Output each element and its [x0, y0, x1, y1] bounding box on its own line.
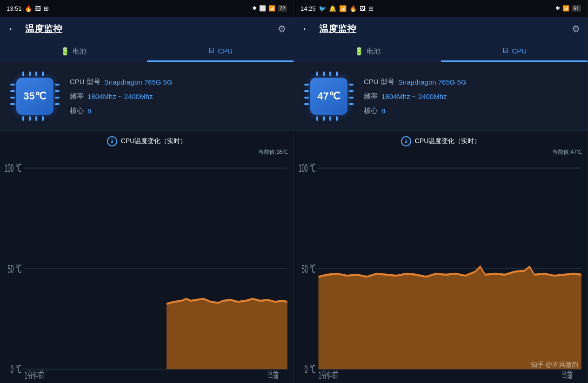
cpu-chip-wrapper-1: 35℃	[9, 71, 60, 122]
chart-current-1: 当前值:35℃	[4, 148, 290, 156]
tab-battery-label-1: 电池	[73, 47, 87, 56]
chart-section-2: 🌡 CPU温度变化（实时） 当前值:47℃ 100 ℃ 50 ℃ 0 ℃ 1分钟…	[294, 131, 588, 383]
status-left-1: 13:51 🔥 🖼 ⊞	[7, 5, 49, 12]
cpu-model-value-2: Snapdragon 765G 5G	[398, 78, 467, 86]
cpu-freq-value-2: 1804Mhz ~ 2400Mhz	[381, 92, 447, 100]
tab-bar-2: 🔋 电池 🖥 CPU	[294, 41, 588, 62]
cpu-freq-row-1: 频率 1804Mhz ~ 2400Mhz	[70, 92, 173, 101]
chart-svg-1: 100 ℃ 50 ℃ 0 ℃ 1分钟前 当前	[4, 158, 290, 379]
svg-text:0 ℃: 0 ℃	[11, 363, 21, 376]
bird-icon-2: 🐦	[319, 5, 326, 12]
svg-text:1分钟前: 1分钟前	[319, 369, 338, 379]
bt2-icon-2: ✱	[555, 5, 560, 12]
cpu-temp-chip-1: 35℃	[16, 78, 53, 115]
cpu-core-value-1: 8	[87, 107, 91, 115]
cpu-model-label-2: CPU 型号	[364, 78, 394, 86]
chart-title-row-1: 🌡 CPU温度变化（实时）	[4, 136, 290, 146]
back-button-2[interactable]: ←	[301, 23, 312, 35]
chart-container-1: 100 ℃ 50 ℃ 0 ℃ 1分钟前 当前	[4, 158, 290, 379]
status-time-2: 14:25	[301, 5, 316, 12]
tab-battery-1[interactable]: 🔋 电池	[0, 41, 147, 62]
chart-title-2: CPU温度变化（实时）	[415, 137, 481, 145]
notification2-icon-2: 🖼	[360, 5, 366, 12]
battery-2: 61	[572, 5, 581, 12]
chart-section-1: 🌡 CPU温度变化（实时） 当前值:35℃ 100 ℃ 50 ℃ 0 ℃ 1分钟…	[0, 131, 294, 383]
cpu-model-row-1: CPU 型号 Snapdragon 765G 5G	[70, 78, 173, 86]
back-button-1[interactable]: ←	[7, 23, 18, 35]
title-bar-1: ← 温度监控 ⚙	[0, 17, 294, 41]
cpu-model-row-2: CPU 型号 Snapdragon 765G 5G	[364, 78, 467, 86]
grid-icon-1: ⊞	[44, 5, 49, 12]
tab-bar-1: 🔋 电池 🖥 CPU	[0, 41, 294, 62]
screen-icon-1: ⬜	[259, 5, 266, 12]
panel-2: 14:25 🐦 🔔 📶 🔥 🖼 ⊞ ✱ 📶 61 ← 温度监控 ⚙ 🔋 电池 🖥…	[294, 0, 588, 383]
page-title-2: 温度监控	[319, 23, 564, 35]
svg-marker-17	[319, 267, 581, 370]
thermometer-icon-1: 🌡	[107, 136, 117, 146]
chart-svg-2: 100 ℃ 50 ℃ 0 ℃ 1分钟前 当前	[298, 158, 584, 379]
page-title-1: 温度监控	[25, 23, 270, 35]
cpu-temp-value-1: 35℃	[23, 90, 46, 102]
tab-battery-2[interactable]: 🔋 电池	[294, 41, 441, 62]
status-bar-1: 13:51 🔥 🖼 ⊞ ✱ ⬜ 📶 72	[0, 0, 294, 17]
signal-icon-2: 📶	[339, 5, 347, 12]
cpu-core-row-2: 核心 8	[364, 106, 467, 115]
tab-cpu-2[interactable]: 🖥 CPU	[441, 41, 588, 62]
fire-icon-1: 🔥	[25, 5, 32, 12]
status-left-2: 14:25 🐦 🔔 📶 🔥 🖼 ⊞	[301, 5, 374, 12]
cpu-details-2: CPU 型号 Snapdragon 765G 5G 频率 1804Mhz ~ 2…	[364, 78, 467, 115]
chart-current-2: 当前值:47℃	[298, 148, 584, 156]
cpu-info-2: 47℃ CPU 型号 Snapdragon 765G 5G 频率 1804Mhz…	[294, 62, 588, 131]
tab-battery-label-2: 电池	[367, 47, 381, 56]
cpu-tab-icon-1: 🖥	[207, 46, 215, 55]
cpu-core-value-2: 8	[381, 107, 385, 115]
svg-text:当前: 当前	[561, 369, 573, 379]
battery-tab-icon-1: 🔋	[60, 47, 70, 56]
bt-icon-1: ✱	[252, 5, 257, 12]
cpu-freq-label-2: 频率	[364, 92, 378, 101]
tab-cpu-1[interactable]: 🖥 CPU	[147, 41, 294, 62]
panel-1: 13:51 🔥 🖼 ⊞ ✱ ⬜ 📶 72 ← 温度监控 ⚙ 🔋 电池 🖥 CPU	[0, 0, 294, 383]
notification-icon-1: 🖼	[35, 5, 41, 12]
cpu-chip-wrapper-2: 47℃	[303, 71, 354, 122]
cpu-details-1: CPU 型号 Snapdragon 765G 5G 频率 1804Mhz ~ 2…	[70, 78, 173, 115]
chart-title-row-2: 🌡 CPU温度变化（实时）	[298, 136, 584, 146]
svg-text:100 ℃: 100 ℃	[5, 162, 21, 175]
status-right-1: ✱ ⬜ 📶 72	[252, 5, 287, 12]
svg-text:1分钟前: 1分钟前	[25, 369, 44, 379]
cpu-temp-value-2: 47℃	[317, 90, 340, 102]
cpu-freq-value-1: 1804Mhz ~ 2400Mhz	[87, 92, 153, 100]
cpu-freq-label-1: 频率	[70, 92, 84, 101]
svg-text:0 ℃: 0 ℃	[305, 363, 315, 376]
cpu-model-value-1: Snapdragon 765G 5G	[104, 78, 173, 86]
title-bar-2: ← 温度监控 ⚙	[294, 17, 588, 41]
cpu-core-row-1: 核心 8	[70, 106, 173, 115]
cpu-info-1: 35℃ CPU 型号 Snapdragon 765G 5G 频率 1804Mhz…	[0, 62, 294, 131]
status-bar-2: 14:25 🐦 🔔 📶 🔥 🖼 ⊞ ✱ 📶 61	[294, 0, 588, 17]
watermark: 知乎 @古风微韵	[531, 361, 578, 369]
svg-text:50 ℃: 50 ℃	[7, 263, 21, 275]
svg-text:50 ℃: 50 ℃	[301, 263, 315, 275]
cpu-core-label-2: 核心	[364, 106, 378, 115]
svg-text:当前: 当前	[267, 369, 279, 379]
chart-container-2: 100 ℃ 50 ℃ 0 ℃ 1分钟前 当前	[298, 158, 584, 379]
cpu-temp-chip-2: 47℃	[310, 78, 347, 115]
battery-tab-icon-2: 🔋	[354, 47, 364, 56]
status-time-1: 13:51	[7, 5, 22, 12]
cpu-freq-row-2: 频率 1804Mhz ~ 2400Mhz	[364, 92, 467, 101]
bell-icon-2: 🔔	[329, 5, 336, 12]
thermometer-icon-2: 🌡	[401, 136, 411, 146]
fire-icon-2: 🔥	[349, 5, 357, 12]
cpu-tab-icon-2: 🖥	[501, 46, 509, 55]
settings-button-2[interactable]: ⚙	[572, 23, 580, 34]
settings-button-1[interactable]: ⚙	[278, 23, 286, 34]
grid2-icon-2: ⊞	[368, 5, 374, 12]
wifi2-icon-2: 📶	[562, 5, 569, 12]
svg-text:100 ℃: 100 ℃	[299, 162, 315, 175]
chart-title-1: CPU温度变化（实时）	[121, 137, 187, 145]
svg-marker-8	[167, 299, 287, 369]
battery-1: 72	[278, 5, 287, 12]
tab-cpu-label-1: CPU	[218, 47, 233, 55]
wifi-icon-1: 📶	[268, 5, 275, 12]
cpu-model-label-1: CPU 型号	[70, 78, 100, 86]
